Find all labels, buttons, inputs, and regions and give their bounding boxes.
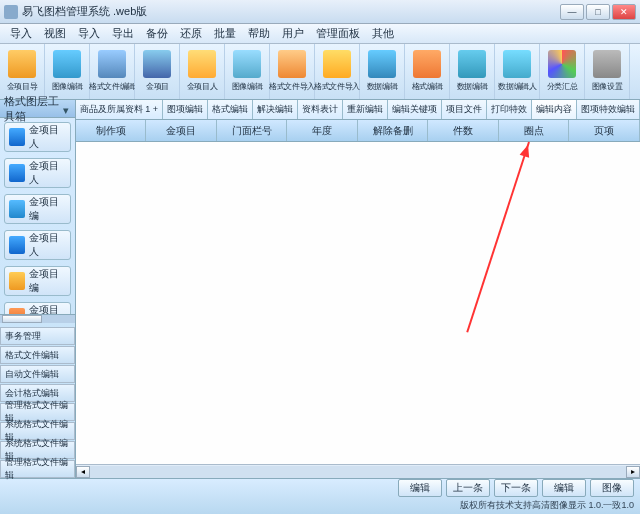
titlebar: 易飞图档管理系统 .web版 — □ ✕ [0, 0, 640, 24]
sidebar: 格式图层工具箱 ▾ 金项目人金项目人金项目编金项目人金项目编金项目编金项目编 事… [0, 100, 76, 478]
tab-0[interactable]: 商品及所属资料 1 + [76, 100, 163, 119]
sidebar-item-2[interactable]: 金项目编 [4, 194, 71, 224]
sidebar-label: 金项目编 [29, 195, 65, 223]
toolbar-label: 金项目人 [187, 81, 218, 92]
toolbar-icon [413, 50, 441, 78]
sidebar-icon [9, 272, 25, 290]
toolbar-button-0[interactable]: 金项目导 [0, 44, 45, 99]
close-button[interactable]: ✕ [612, 4, 636, 20]
menu-item-5[interactable]: 还原 [174, 26, 208, 41]
toolbar-button-10[interactable]: 数据编辑 [450, 44, 495, 99]
toolbar-label: 图像编辑 [52, 81, 83, 92]
sidebar-bottom-item-2[interactable]: 自动文件编辑 [0, 365, 75, 383]
sidebar-label: 金项目人 [29, 159, 65, 187]
scrollbar-thumb[interactable] [2, 315, 42, 323]
toolbar-label: 金项目导 [7, 81, 38, 92]
sidebar-bottom-item-7[interactable]: 管理格式文件编辑 [0, 460, 75, 478]
tab-1[interactable]: 图项编辑 [163, 100, 208, 119]
toolbar-label: 图像编辑 [232, 81, 263, 92]
menubar: 导入视图导入导出备份还原批量帮助用户管理面板其他 [0, 24, 640, 44]
tab-2[interactable]: 格式编辑 [208, 100, 253, 119]
workarea: 格式图层工具箱 ▾ 金项目人金项目人金项目编金项目人金项目编金项目编金项目编 事… [0, 100, 640, 478]
scroll-left-button[interactable]: ◂ [76, 466, 90, 478]
toolbar-icon [368, 50, 396, 78]
toolbar-button-2[interactable]: 格式文件编辑 [90, 44, 135, 99]
menu-item-3[interactable]: 导出 [106, 26, 140, 41]
sidebar-item-1[interactable]: 金项目人 [4, 158, 71, 188]
sidebar-label: 金项目人 [29, 231, 65, 259]
menu-item-0[interactable]: 导入 [4, 26, 38, 41]
footer-buttons: 编辑上一条下一条编辑图像 [6, 479, 634, 497]
footer-button-0[interactable]: 编辑 [398, 479, 442, 497]
footer-button-1[interactable]: 上一条 [446, 479, 490, 497]
menu-item-2[interactable]: 导入 [72, 26, 106, 41]
menu-item-1[interactable]: 视图 [38, 26, 72, 41]
sidebar-item-5[interactable]: 金项目编 [4, 302, 71, 314]
column-header-7[interactable]: 页项 [569, 120, 640, 141]
toolbar-button-5[interactable]: 图像编辑 [225, 44, 270, 99]
footer-button-4[interactable]: 图像 [590, 479, 634, 497]
toolbar-label: 图像设置 [592, 81, 623, 92]
column-header-3[interactable]: 年度 [287, 120, 358, 141]
toolbar-button-9[interactable]: 格式编辑 [405, 44, 450, 99]
column-header-0[interactable]: 制作项 [76, 120, 147, 141]
sidebar-header: 格式图层工具箱 ▾ [0, 100, 75, 118]
toolbar-button-7[interactable]: 格式文件导入 [315, 44, 360, 99]
footer-button-2[interactable]: 下一条 [494, 479, 538, 497]
menu-item-10[interactable]: 其他 [366, 26, 400, 41]
toolbar-button-4[interactable]: 金项目人 [180, 44, 225, 99]
toolbar-icon [8, 50, 36, 78]
sidebar-bottom-item-1[interactable]: 格式文件编辑 [0, 346, 75, 364]
toolbar-icon [548, 50, 576, 78]
toolbar-button-11[interactable]: 数据编辑人 [495, 44, 540, 99]
sidebar-icon [9, 164, 25, 182]
menu-item-9[interactable]: 管理面板 [310, 26, 366, 41]
tab-3[interactable]: 解决编辑 [253, 100, 298, 119]
tab-7[interactable]: 项目文件 [442, 100, 487, 119]
tab-8[interactable]: 打印特效 [487, 100, 532, 119]
toolbar-button-12[interactable]: 分类汇总 [540, 44, 585, 99]
scroll-right-button[interactable]: ▸ [626, 466, 640, 478]
minimize-button[interactable]: — [560, 4, 584, 20]
horizontal-scrollbar[interactable]: ◂ ▸ [76, 464, 640, 478]
toolbar-icon [458, 50, 486, 78]
column-header-4[interactable]: 解除备删 [358, 120, 429, 141]
sidebar-item-4[interactable]: 金项目编 [4, 266, 71, 296]
column-header-5[interactable]: 件数 [428, 120, 499, 141]
sidebar-scrollbar[interactable] [0, 314, 75, 323]
toolbar-button-3[interactable]: 金项目 [135, 44, 180, 99]
sidebar-bottom-item-0[interactable]: 事务管理 [0, 327, 75, 345]
toolbar-label: 数据编辑人 [498, 81, 536, 92]
tab-10[interactable]: 图项特效编辑 [577, 100, 640, 119]
scroll-track[interactable] [90, 466, 626, 478]
menu-item-7[interactable]: 帮助 [242, 26, 276, 41]
tab-9[interactable]: 编辑内容 [532, 100, 577, 119]
maximize-button[interactable]: □ [586, 4, 610, 20]
toolbar-button-8[interactable]: 数据编辑 [360, 44, 405, 99]
column-header-2[interactable]: 门面栏号 [217, 120, 288, 141]
footer: 编辑上一条下一条编辑图像 版权所有技术支持高清图像显示 1.0.一致1.0 [0, 478, 640, 514]
toolbar-icon [143, 50, 171, 78]
tab-6[interactable]: 编辑关键项 [388, 100, 442, 119]
data-grid[interactable] [76, 142, 640, 464]
toolbar-button-13[interactable]: 图像设置 [585, 44, 630, 99]
window-title: 易飞图档管理系统 .web版 [22, 4, 560, 19]
sidebar-label: 金项目人 [29, 123, 65, 151]
toolbar-label: 数据编辑 [367, 81, 398, 92]
toolbar-icon [503, 50, 531, 78]
tab-4[interactable]: 资料表计 [298, 100, 343, 119]
tab-5[interactable]: 重新编辑 [343, 100, 388, 119]
footer-button-3[interactable]: 编辑 [542, 479, 586, 497]
menu-item-4[interactable]: 备份 [140, 26, 174, 41]
sidebar-label: 金项目编 [29, 303, 65, 314]
pin-icon[interactable]: ▾ [63, 104, 71, 114]
sidebar-item-0[interactable]: 金项目人 [4, 122, 71, 152]
menu-item-6[interactable]: 批量 [208, 26, 242, 41]
sidebar-item-3[interactable]: 金项目人 [4, 230, 71, 260]
toolbar-button-1[interactable]: 图像编辑 [45, 44, 90, 99]
column-header-6[interactable]: 圈点 [499, 120, 570, 141]
toolbar-button-6[interactable]: 格式文件导入 [270, 44, 315, 99]
menu-item-8[interactable]: 用户 [276, 26, 310, 41]
column-header-1[interactable]: 金项目 [146, 120, 217, 141]
toolbar: 金项目导图像编辑格式文件编辑金项目金项目人图像编辑格式文件导入格式文件导入数据编… [0, 44, 640, 100]
